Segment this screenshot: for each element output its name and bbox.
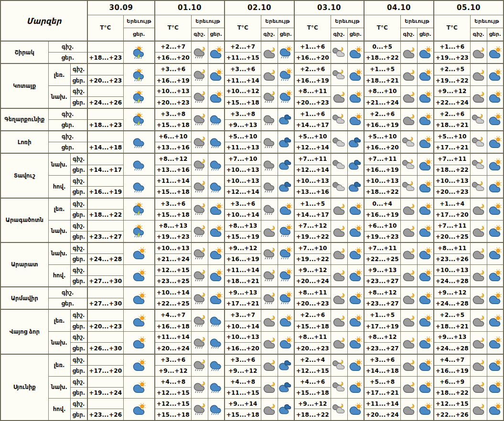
temp-day: +20...+23 <box>87 75 123 86</box>
temp-day: +18...+22 <box>364 53 400 64</box>
day-phenomenon-cell <box>417 398 434 421</box>
day-phenomenon-cell <box>487 153 504 176</box>
day-phenomenon-cell <box>123 176 155 198</box>
sun-cloud-icon <box>208 202 224 216</box>
temp-day: +9...+12 <box>225 365 261 376</box>
forecast-row-night: Սյունիքլեռ.գիշ.+3...+6+3...+6+2...+4+3..… <box>0 354 504 366</box>
phenomenon-header: Երեւույթ <box>123 15 155 28</box>
sun-cloud-icon <box>418 358 433 372</box>
moon-clouds-icon <box>332 358 347 372</box>
moon-cloud-icon <box>262 358 277 372</box>
cloud-rain-icon <box>208 113 224 126</box>
day-phenomenon-cell <box>487 332 504 354</box>
sun-cloud-icon <box>208 224 224 238</box>
moon-cloud-rain-icon <box>192 90 207 104</box>
moon-cloud-rain-icon <box>192 358 207 372</box>
day-phenomenon-cell <box>347 309 364 332</box>
moon-cloud-icon <box>262 380 277 394</box>
day-phenomenon-cell <box>208 398 225 421</box>
sun-cloud-icon <box>418 247 433 260</box>
day-phenomenon-cell <box>347 41 364 63</box>
moon-cloud-rain-icon <box>192 46 207 59</box>
temp-day: +20...+23 <box>294 97 331 108</box>
day-phenomenon-cell <box>123 354 155 377</box>
day-phenomenon-cell <box>347 332 364 354</box>
night-phenomenon-cell <box>331 108 347 131</box>
temp-night <box>87 309 123 321</box>
night-phenomenon-cell <box>261 398 278 421</box>
moon-cloud-icon <box>401 90 417 104</box>
night-phenomenon-cell <box>191 332 208 354</box>
moon-cloud-icon <box>471 292 486 305</box>
sun-cloud-icon <box>131 314 147 327</box>
temp-night <box>87 176 123 187</box>
temp-night: +10...+13 <box>364 176 400 187</box>
night-phenomenon-cell <box>261 176 278 198</box>
temp-night: +11...+14 <box>364 398 400 409</box>
day-phenomenon-cell <box>208 309 225 332</box>
temp-night: +2...+6 <box>294 63 331 75</box>
forecast-row-night: Կոտայքլեռ.գիշ.+3...+6+3...+6+2...+6+1...… <box>0 63 504 75</box>
night-phenomenon-cell <box>261 354 278 377</box>
sun-cloud-icon <box>348 292 363 305</box>
temp-day: +18...+22 <box>364 187 400 198</box>
temp-day: +12...+15 <box>294 365 331 376</box>
day-phenomenon-cell <box>123 264 155 287</box>
day-subheader: ցեր. <box>347 28 364 41</box>
temp-day: +18...+22 <box>294 409 331 421</box>
regions-column-header: Մարզեր <box>0 0 87 41</box>
temp-day: +15...+18 <box>155 409 191 421</box>
temp-day: +17...+21 <box>225 298 261 310</box>
zone-label: լեռ. <box>48 63 70 86</box>
temp-night: +4...+6 <box>294 376 331 387</box>
day-phenomenon-cell <box>123 63 155 86</box>
moon-cloud-icon <box>471 402 486 416</box>
temp-night: +6...+10 <box>155 131 191 142</box>
moon-cloud-icon <box>471 358 486 372</box>
temp-night: +11...+14 <box>155 176 191 187</box>
moon-clouds-icon <box>332 46 347 59</box>
temp-night: +4...+7 <box>155 309 191 321</box>
day-phenomenon-cell <box>347 108 364 131</box>
moon-cloud-icon <box>471 46 486 59</box>
temp-night: +10...+14 <box>155 287 191 298</box>
zone-label: նախ. <box>48 220 70 242</box>
day-phenomenon-cell <box>417 220 434 242</box>
sun-cloud-icon <box>348 113 363 126</box>
sun-cloud-icon <box>418 336 433 349</box>
night-phenomenon-cell <box>331 63 347 86</box>
temp-night: +8...+12 <box>364 287 400 298</box>
moon-cloud-rain-icon <box>192 402 207 416</box>
night-label: գիշ. <box>70 376 87 387</box>
forecast-row-night: Գեղարքունիքգիշ.+3...+8+3...+8+1...+6+2..… <box>0 108 504 120</box>
night-phenomenon-cell <box>261 198 278 221</box>
clouds-blue-icon <box>278 136 293 149</box>
day-phenomenon-cell <box>123 398 155 421</box>
temp-column-header: T°C <box>225 15 261 41</box>
day-phenomenon-cell <box>417 198 434 221</box>
day-phenomenon-cell <box>347 86 364 108</box>
day-phenomenon-cell <box>347 131 364 153</box>
night-phenomenon-cell <box>331 376 347 398</box>
night-subheader: գիշ. <box>191 28 208 41</box>
temp-night: +10...+13 <box>434 264 470 275</box>
moon-cloud-icon <box>332 224 347 238</box>
temp-night: +10...+13 <box>294 176 331 187</box>
temp-night: +4...+8 <box>155 376 191 387</box>
temp-day: +18...+22 <box>434 165 470 176</box>
day-phenomenon-cell <box>208 354 225 377</box>
night-phenomenon-cell <box>191 309 208 332</box>
day-phenomenon-cell <box>208 176 225 198</box>
sun-cloud-icon <box>487 202 503 216</box>
forecast-row-night: նախ.գիշ.+10...+13+10...+12+8...+11+8...+… <box>0 86 504 97</box>
moon-clouds-icon <box>471 180 486 193</box>
temp-day: +10...+14 <box>225 321 261 332</box>
sun-cloud-icon <box>348 336 363 349</box>
temp-day: +16...+18 <box>155 321 191 332</box>
sun-cloud-icon <box>278 336 293 349</box>
temp-day: +26...+30 <box>87 343 123 354</box>
day-phenomenon-cell <box>347 220 364 242</box>
day-label: ցեր. <box>70 275 87 287</box>
night-phenomenon-cell <box>331 398 347 421</box>
night-phenomenon-cell <box>470 131 487 153</box>
